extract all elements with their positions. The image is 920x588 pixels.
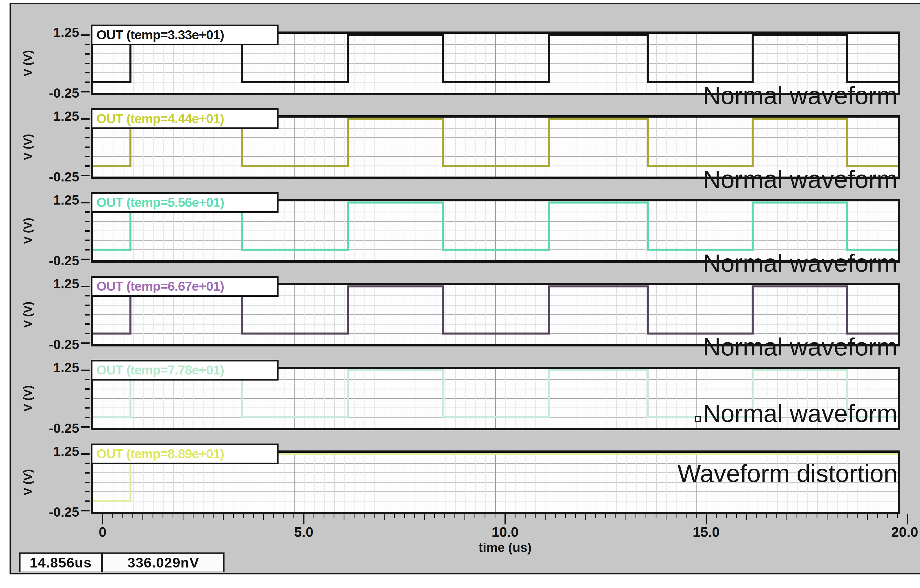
signal-name-label: OUT (temp=3.33e+01) (92, 28, 224, 42)
y-axis-unit-label: V (V) (21, 115, 33, 179)
y-minor-tick (85, 146, 89, 148)
y-minor-tick (85, 463, 89, 464)
y-minor-tick (85, 63, 89, 64)
waveform-panel: V (V) 1.25 -0.25 OUT (temp=5.56e+01) Nor… (91, 199, 901, 262)
y-axis-unit-label: V (V) (21, 367, 33, 430)
y-minor-tick (85, 128, 89, 129)
y-minor-tick (85, 491, 89, 492)
y-minor-tick (85, 156, 89, 157)
y-minor-tick (85, 472, 89, 474)
signal-label-tab[interactable]: OUT (temp=7.78e+01) (91, 360, 279, 381)
y-tick-label-bottom: -0.25 (33, 337, 79, 352)
y-minor-tick (85, 482, 89, 483)
y-tick-label-bottom: -0.25 (33, 504, 79, 520)
y-minor-tick (85, 323, 89, 325)
y-minor-tick (85, 230, 89, 232)
y-major-tick (81, 91, 89, 92)
y-minor-tick (85, 398, 89, 399)
y-minor-tick (85, 72, 89, 73)
signal-name-label: OUT (temp=8.89e+01) (92, 446, 224, 462)
y-major-tick (81, 175, 89, 176)
y-tick-label-top: 1.25 (33, 276, 79, 292)
waveform-viewer-screenshot: V (V) 1.25 -0.25 OUT (temp=3.33e+01) Nor… (0, 0, 920, 588)
x-tick-label: 0 (79, 524, 126, 540)
x-tick-label: 20.0 (881, 524, 920, 540)
y-major-tick (81, 454, 89, 455)
signal-label-tab[interactable]: OUT (temp=6.67e+01) (91, 276, 279, 297)
y-minor-tick (85, 314, 89, 316)
y-tick-label-bottom: -0.25 (33, 253, 79, 269)
y-minor-tick (85, 240, 89, 241)
y-major-tick (81, 286, 89, 287)
y-axis-unit-label: V (V) (21, 450, 33, 514)
annotation-text: Normal waveform (703, 166, 897, 192)
x-axis-title: time (us) (453, 540, 557, 555)
y-minor-tick (85, 417, 89, 418)
waveform-panel: V (V) 1.25 -0.25 OUT (temp=7.78e+01) Nor… (91, 367, 901, 430)
annotation-label: Normal waveform (703, 83, 897, 109)
y-minor-tick (85, 333, 89, 334)
y-major-tick (81, 510, 89, 512)
y-tick-label-top: 1.25 (33, 192, 79, 208)
y-tick-label-bottom: -0.25 (33, 420, 79, 436)
x-tick-label: 5.0 (280, 524, 327, 540)
y-minor-tick (85, 211, 89, 213)
y-tick-label-top: 1.25 (33, 444, 79, 459)
y-minor-tick (85, 53, 89, 55)
cursor-time-value: 14.856us (29, 554, 92, 571)
y-tick-label-top: 1.25 (33, 109, 79, 124)
y-major-tick (81, 259, 89, 260)
signal-name-label: OUT (temp=6.67e+01) (92, 279, 224, 294)
y-major-tick (81, 369, 89, 371)
signal-label-tab[interactable]: OUT (temp=8.89e+01) (91, 444, 279, 464)
signal-name-label: OUT (temp=7.78e+01) (92, 363, 224, 377)
x-tick-label: 10.0 (482, 524, 528, 540)
y-minor-tick (85, 388, 89, 390)
y-major-tick (81, 34, 89, 36)
annotation-label: Normal waveform (703, 334, 897, 360)
y-axis-unit-label: V (V) (21, 283, 33, 347)
y-minor-tick (85, 221, 89, 222)
waveform-panel: V (V) 1.25 -0.25 OUT (temp=8.89e+01) Wav… (91, 450, 901, 514)
signal-label-tab[interactable]: OUT (temp=4.44e+01) (91, 109, 279, 129)
waveform-panel: V (V) 1.25 -0.25 OUT (temp=6.67e+01) Nor… (91, 283, 901, 347)
cursor-time-readout[interactable]: 14.856us (19, 552, 102, 572)
y-minor-tick (85, 501, 89, 502)
y-tick-label-bottom: -0.25 (33, 169, 79, 185)
cursor-voltage-value: 336.029nV (128, 554, 199, 571)
annotation-label: Normal waveform (703, 166, 897, 192)
signal-label-tab[interactable]: OUT (temp=3.33e+01) (91, 24, 279, 45)
waveform-viewer-window: V (V) 1.25 -0.25 OUT (temp=3.33e+01) Nor… (10, 3, 920, 574)
annotation-label: Normal waveform (703, 250, 897, 276)
y-minor-tick (85, 44, 89, 45)
y-major-tick (81, 342, 89, 344)
y-minor-tick (85, 295, 89, 296)
y-major-tick (81, 202, 89, 203)
y-tick-label-top: 1.25 (33, 360, 79, 375)
x-tick-label: 15.0 (683, 524, 729, 540)
signal-label-tab[interactable]: OUT (temp=5.56e+01) (91, 192, 279, 213)
y-axis-unit-label: V (V) (21, 31, 33, 95)
y-minor-tick (85, 81, 89, 83)
signal-name-label: OUT (temp=5.56e+01) (92, 195, 224, 210)
y-tick-label-bottom: -0.25 (33, 85, 79, 101)
marker-square-icon (695, 416, 701, 422)
y-axis-unit-label: V (V) (21, 199, 33, 262)
waveform-panel: V (V) 1.25 -0.25 OUT (temp=3.33e+01) Nor… (91, 31, 901, 95)
y-minor-tick (85, 407, 89, 408)
annotation-text: Normal waveform (703, 250, 897, 276)
y-minor-tick (85, 137, 89, 138)
annotation-text: Waveform distortion (677, 460, 898, 486)
y-major-tick (81, 426, 89, 428)
y-minor-tick (85, 165, 89, 167)
annotation-label: Waveform distortion (677, 460, 898, 486)
annotation-label: Normal waveform (695, 400, 897, 426)
cursor-voltage-readout[interactable]: 336.029nV (102, 552, 225, 572)
annotation-text: Normal waveform (703, 400, 897, 426)
y-tick-label-top: 1.25 (33, 24, 79, 40)
annotation-text: Normal waveform (703, 334, 897, 360)
annotation-text: Normal waveform (703, 83, 897, 109)
waveform-panel: V (V) 1.25 -0.25 OUT (temp=4.44e+01) Nor… (91, 115, 901, 179)
y-minor-tick (85, 305, 89, 306)
y-minor-tick (85, 249, 89, 251)
